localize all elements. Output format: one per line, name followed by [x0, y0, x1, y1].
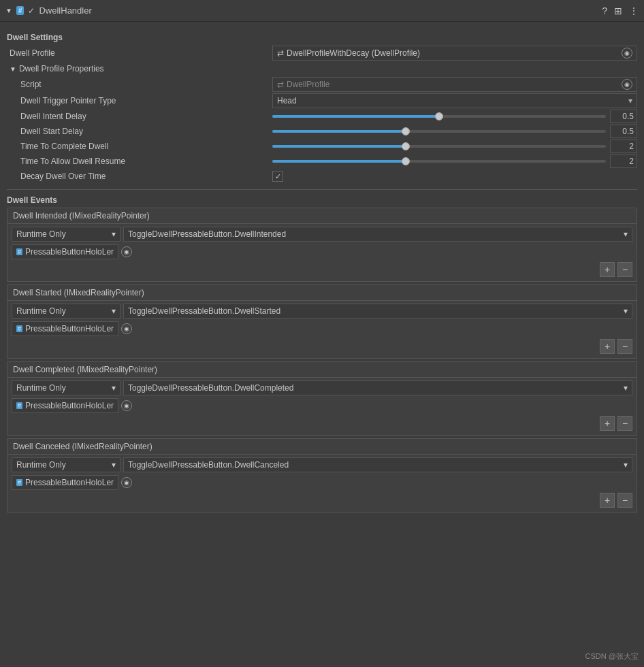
event-group-started: Dwell Started (IMixedRealityPointer) Run… — [7, 284, 637, 359]
intent-delay-row: Dwell Intent Delay — [7, 109, 637, 124]
intent-delay-value-wrap — [272, 110, 637, 123]
dwell-profile-field: ⇄ DwellProfileWithDecay (DwellProfile) ◉ — [272, 46, 637, 61]
trigger-arrow-icon: ▾ — [628, 96, 632, 105]
decay-dwell-label: Decay Dwell Over Time — [7, 172, 272, 181]
object-circle-btn-completed[interactable]: ◉ — [121, 400, 132, 411]
complete-dwell-input[interactable] — [610, 140, 637, 153]
remove-btn-started[interactable]: − — [617, 339, 632, 354]
resume-dwell-label: Time To Allow Dwell Resume — [7, 157, 272, 166]
function-label-started: ToggleDwellPressableButton.DwellStarted — [128, 306, 280, 316]
profile-circle-btn[interactable]: ◉ — [622, 48, 632, 59]
runtime-dropdown-intended[interactable]: Runtime Only ▾ — [12, 227, 120, 242]
function-dropdown-started[interactable]: ToggleDwellPressableButton.DwellStarted … — [123, 304, 632, 319]
object-circle-btn-intended[interactable]: ◉ — [121, 246, 132, 257]
intent-delay-thumb[interactable] — [435, 112, 443, 120]
watermark: CSDN @张大宝 — [585, 651, 639, 662]
object-label-completed: PressableButtonHoloLer — [25, 401, 114, 410]
start-delay-slider-container — [272, 125, 637, 138]
start-delay-value-wrap — [272, 125, 637, 138]
event-object-field-canceled: # PressableButtonHoloLer — [12, 475, 118, 490]
event-group-completed: Dwell Completed (IMixedRealityPointer) R… — [7, 361, 637, 436]
trigger-dropdown[interactable]: Head ▾ — [272, 93, 637, 108]
event-object-field-intended: # PressableButtonHoloLer — [12, 244, 118, 259]
function-dropdown-completed[interactable]: ToggleDwellPressableButton.DwellComplete… — [123, 380, 632, 395]
event-groups: Dwell Intended (IMixedRealityPointer) Ru… — [7, 208, 637, 513]
runtime-dropdown-started[interactable]: Runtime Only ▾ — [12, 304, 120, 319]
header-actions: ? ⊞ ⋮ — [602, 5, 639, 16]
section-divider — [7, 189, 637, 190]
event-row-completed: Runtime Only ▾ ToggleDwellPressableButto… — [12, 380, 632, 395]
event-object-row-started: # PressableButtonHoloLer ◉ — [12, 321, 632, 336]
runtime-arrow-completed: ▾ — [112, 383, 116, 393]
complete-dwell-thumb[interactable] — [402, 142, 410, 150]
complete-dwell-fill — [272, 145, 406, 148]
object-hash-intended: # — [16, 248, 22, 255]
add-btn-intended[interactable]: + — [600, 262, 615, 277]
remove-btn-canceled[interactable]: − — [617, 493, 632, 508]
script-value: DwellProfile — [287, 80, 329, 89]
script-arrow-icon: ⇄ — [277, 80, 284, 89]
event-row-started: Runtime Only ▾ ToggleDwellPressableButto… — [12, 304, 632, 319]
function-dropdown-canceled[interactable]: ToggleDwellPressableButton.DwellCanceled… — [123, 457, 632, 472]
start-delay-input[interactable] — [610, 125, 637, 138]
script-circle-btn[interactable]: ◉ — [622, 79, 632, 90]
enabled-checkbox[interactable]: ✓ — [28, 6, 35, 16]
runtime-dropdown-completed[interactable]: Runtime Only ▾ — [12, 380, 120, 395]
add-btn-started[interactable]: + — [600, 339, 615, 354]
main-content: Dwell Settings Dwell Profile ⇄ DwellProf… — [0, 22, 644, 521]
complete-dwell-slider-container — [272, 140, 637, 153]
add-btn-canceled[interactable]: + — [600, 493, 615, 508]
decay-dwell-checkbox[interactable]: ✓ — [272, 171, 283, 182]
resume-dwell-thumb[interactable] — [402, 157, 410, 165]
object-circle-btn-started[interactable]: ◉ — [121, 323, 132, 334]
remove-btn-completed[interactable]: − — [617, 416, 632, 431]
resume-dwell-fill — [272, 160, 406, 163]
event-header-started: Dwell Started (IMixedRealityPointer) — [7, 285, 637, 301]
event-row-canceled: Runtime Only ▾ ToggleDwellPressableButto… — [12, 457, 632, 472]
intent-delay-track[interactable] — [272, 115, 606, 118]
trigger-value: Head — [277, 96, 297, 105]
component-header: ▼ # ✓ DwellHandler ? ⊞ ⋮ — [0, 0, 644, 22]
event-object-row-canceled: # PressableButtonHoloLer ◉ — [12, 475, 632, 490]
resume-dwell-slider-container — [272, 154, 637, 168]
runtime-dropdown-canceled[interactable]: Runtime Only ▾ — [12, 457, 120, 472]
start-delay-thumb[interactable] — [402, 127, 410, 135]
object-hash-canceled: # — [16, 479, 22, 486]
menu-icon[interactable]: ⋮ — [629, 5, 639, 16]
object-circle-btn-canceled[interactable]: ◉ — [121, 477, 132, 488]
object-hash-completed: # — [16, 402, 22, 409]
profile-value: DwellProfileWithDecay (DwellProfile) — [287, 48, 420, 58]
script-field: ⇄ DwellProfile ◉ — [272, 77, 637, 92]
object-hash-started: # — [16, 325, 22, 332]
function-label-intended: ToggleDwellPressableButton.DwellIntended — [128, 229, 286, 239]
fold-arrow-icon[interactable]: ▼ — [5, 7, 12, 14]
dwell-profile-dropdown[interactable]: ⇄ DwellProfileWithDecay (DwellProfile) ◉ — [272, 46, 637, 61]
intent-delay-input[interactable] — [610, 110, 637, 123]
event-object-field-started: # PressableButtonHoloLer — [12, 321, 118, 336]
script-label: Script — [7, 80, 272, 89]
event-header-completed: Dwell Completed (IMixedRealityPointer) — [7, 362, 637, 378]
remove-btn-intended[interactable]: − — [617, 262, 632, 277]
layout-icon[interactable]: ⊞ — [614, 5, 622, 16]
add-btn-completed[interactable]: + — [600, 416, 615, 431]
event-controls-completed: + − — [12, 414, 632, 432]
help-icon[interactable]: ? — [602, 5, 607, 16]
script-field-wrapper: ⇄ DwellProfile ◉ — [272, 77, 637, 92]
resume-dwell-track[interactable] — [272, 160, 606, 163]
object-label-intended: PressableButtonHoloLer — [25, 247, 114, 257]
event-group-intended: Dwell Intended (IMixedRealityPointer) Ru… — [7, 208, 637, 282]
function-label-completed: ToggleDwellPressableButton.DwellComplete… — [128, 383, 293, 393]
start-delay-track[interactable] — [272, 130, 606, 133]
event-group-canceled: Dwell Canceled (IMixedRealityPointer) Ru… — [7, 438, 637, 513]
runtime-arrow-intended: ▾ — [112, 229, 116, 239]
start-delay-row: Dwell Start Delay — [7, 124, 637, 139]
props-fold-arrow[interactable]: ▼ — [10, 65, 16, 73]
function-dropdown-intended[interactable]: ToggleDwellPressableButton.DwellIntended… — [123, 227, 632, 242]
function-arrow-started: ▾ — [624, 306, 628, 316]
decay-dwell-row: Decay Dwell Over Time ✓ — [7, 169, 637, 184]
event-object-field-completed: # PressableButtonHoloLer — [12, 398, 118, 413]
complete-dwell-track[interactable] — [272, 145, 606, 148]
resume-dwell-input[interactable] — [610, 154, 637, 168]
intent-delay-label: Dwell Intent Delay — [7, 112, 272, 121]
dwell-profile-props-label: ▼Dwell Profile Properties — [7, 64, 272, 74]
